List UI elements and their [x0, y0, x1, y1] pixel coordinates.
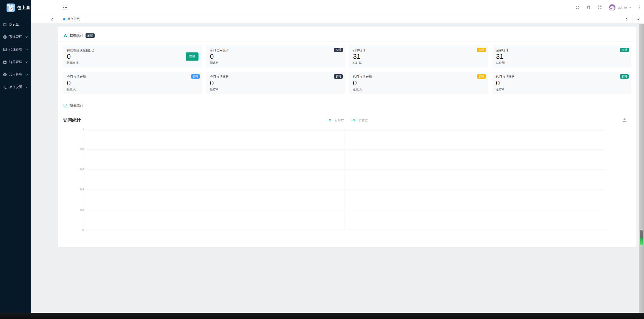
sidebar-item-label: 仪表盘 [9, 22, 28, 27]
more-options-icon[interactable] [638, 5, 640, 10]
legend-marker [327, 119, 333, 121]
chevron-down-icon [629, 7, 632, 8]
bottom-bar [0, 313, 644, 319]
top-header: admin [31, 0, 644, 15]
stat-card-sublabel: 新访客 [210, 61, 342, 65]
tab-bar: 后台首页 [31, 15, 644, 24]
tab-active-dot [63, 18, 65, 20]
stat-card-sublabel: 提现审批 [67, 61, 198, 65]
realtime-badge: 实时 [620, 74, 629, 79]
gridline-vertical [346, 129, 346, 230]
legend-label: 订单数 [335, 118, 344, 122]
sidebar-item-system[interactable]: 系统管理 [0, 31, 31, 43]
chevron-right-icon [625, 18, 628, 21]
chevron-down-icon [25, 36, 28, 38]
sidebar-item-label: 系统管理 [9, 35, 25, 39]
refresh-icon[interactable] [575, 5, 580, 10]
topbar-actions: admin [575, 4, 644, 11]
stat-card-title: 金额统计 [496, 48, 628, 52]
scrollbar-track[interactable] [639, 24, 644, 313]
stat-card-value: 31 [353, 53, 485, 61]
stats-section-title: 数据统计 [70, 33, 83, 38]
sidebar: 包上量 仪表盘 系统管理 代理管理 订单管理 [0, 0, 31, 313]
sidebar-item-dashboard[interactable]: 仪表盘 [0, 18, 31, 31]
report-section-header: 报表统计 [58, 94, 636, 112]
stat-card-orders: 订单统计 31 总订单 实时 [349, 45, 488, 68]
y-axis-tick: 0.6 [73, 168, 84, 171]
tab-label: 后台首页 [67, 17, 80, 21]
stat-card-yesterday-reward-count: 昨日打赏笔数 0 总订单 实时 [493, 72, 631, 94]
chevron-down-icon [25, 61, 28, 63]
stat-card-title: 订单统计 [353, 48, 485, 52]
stat-card-withdraw: 待处理提现金额(元) 0 提现审批 管理 [63, 45, 202, 68]
tabs-scroll-right-button[interactable] [621, 15, 632, 23]
chevron-down-icon [25, 86, 28, 88]
library-icon [3, 73, 7, 77]
line-chart-icon [63, 104, 67, 108]
chevron-down-icon [25, 49, 28, 50]
y-axis-tick: 0.4 [73, 188, 84, 191]
report-section-title: 报表统计 [70, 103, 83, 108]
stat-card-value: 0 [210, 53, 342, 61]
stat-card-sublabel: 新订单 [210, 88, 342, 91]
stat-card-sublabel: 总金额 [496, 61, 628, 65]
sidebar-item-settings[interactable]: 后台设置 [0, 81, 31, 93]
sidebar-item-library[interactable]: 片库管理 [0, 68, 31, 81]
manage-button[interactable]: 管理 [186, 52, 198, 61]
legend-label: 待付款 [359, 118, 368, 122]
realtime-badge: 实时 [620, 48, 629, 52]
sidebar-item-label: 后台设置 [9, 85, 25, 89]
chart-legend: 订单数 待付款 [327, 118, 368, 122]
y-axis-tick: 0 [73, 228, 84, 231]
y-axis-tick: 0.8 [73, 147, 84, 150]
stat-card-value: 0 [353, 79, 485, 87]
stat-card-today-reward-amount: 今日打赏金额 0 新收入 实时 [63, 72, 202, 94]
chevron-down-icon [25, 74, 28, 76]
trash-icon[interactable] [586, 5, 591, 10]
legend-marker [350, 119, 357, 121]
main-content: 数据统计 刷新 待处理提现金额(元) 0 提现审批 管理 今日访问统计 0 新访… [31, 24, 639, 313]
refresh-badge[interactable]: 刷新 [86, 33, 95, 38]
y-axis-tick: 0.2 [73, 208, 84, 211]
sidebar-item-label: 代理管理 [9, 47, 25, 52]
realtime-badge: 实时 [477, 74, 486, 79]
stat-card-title: 昨日打赏笔数 [496, 75, 628, 79]
dashboard-icon [3, 23, 7, 26]
fullscreen-icon[interactable] [597, 5, 602, 10]
tabs-menu-button[interactable] [632, 15, 644, 23]
download-chart-icon[interactable] [622, 118, 627, 122]
stat-card-visits: 今日访问统计 0 新访客 实时 [207, 45, 345, 68]
legend-item-orders[interactable]: 订单数 [327, 118, 344, 122]
agent-icon [3, 48, 7, 51]
sidebar-collapse-icon[interactable] [63, 5, 68, 10]
chart-title: 访问统计 [63, 117, 81, 123]
stat-card-title: 今日访问统计 [210, 48, 342, 52]
realtime-badge: 实时 [477, 48, 486, 52]
system-icon [3, 35, 7, 39]
scrollbar-thumb[interactable] [639, 229, 643, 246]
stat-card-value: 0 [496, 79, 628, 87]
sidebar-item-label: 片库管理 [9, 72, 25, 77]
stat-card-sublabel: 新收入 [67, 88, 198, 91]
visit-stats-chart: 1 0.8 0.6 0.4 0.2 0 [86, 129, 605, 230]
stat-card-value: 0 [67, 79, 198, 87]
stat-card-sublabel: 总订单 [496, 88, 628, 91]
app-logo[interactable]: 包上量 [0, 0, 31, 15]
app-title: 包上量 [17, 5, 30, 11]
order-icon [3, 60, 7, 64]
user-menu[interactable]: admin [609, 4, 632, 11]
tab-spacer [85, 15, 621, 23]
tab-home[interactable]: 后台首页 [58, 15, 85, 23]
stats-section-header: 数据统计 刷新 [58, 27, 636, 41]
stat-card-title: 待处理提现金额(元) [67, 48, 198, 52]
stat-card-sublabel: 总收入 [353, 88, 485, 91]
y-axis-tick: 1 [73, 127, 84, 130]
chart-header: 访问统计 订单数 待付款 [58, 112, 636, 123]
sidebar-item-agent[interactable]: 代理管理 [0, 43, 31, 56]
stat-card-today-reward-count: 今日打赏笔数 0 新订单 实时 [207, 72, 345, 94]
sidebar-item-orders[interactable]: 订单管理 [0, 56, 31, 68]
legend-item-pending[interactable]: 待付款 [350, 118, 368, 122]
app-logo-image [7, 4, 15, 12]
tabs-scroll-left-button[interactable] [47, 15, 58, 23]
username: admin [618, 6, 627, 9]
